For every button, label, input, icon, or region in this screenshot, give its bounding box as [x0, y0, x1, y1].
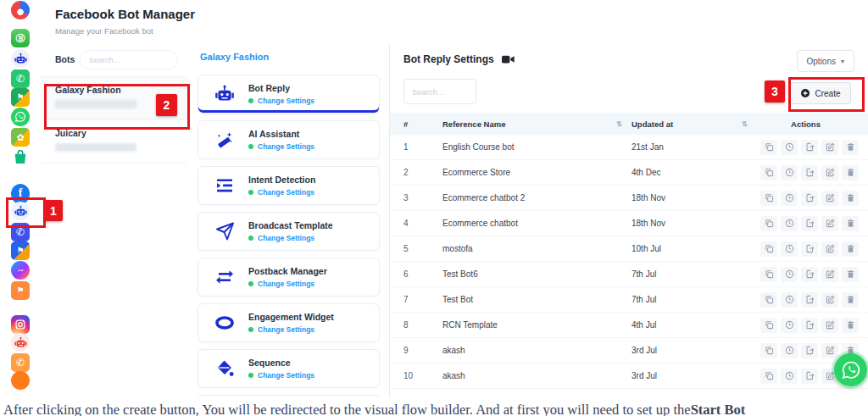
menu-card-postback-manager[interactable]: Postback Manager Change Settings — [198, 258, 380, 297]
chatbot-red-icon[interactable] — [11, 333, 30, 352]
row-number: 3 — [403, 193, 442, 202]
history-icon-button[interactable] — [781, 369, 798, 384]
whatsapp-icon[interactable] — [11, 108, 30, 126]
edit-icon-button[interactable] — [821, 241, 838, 257]
delete-icon-button[interactable] — [842, 191, 859, 206]
menu-card-intent-detection[interactable]: Intent Detection Change Settings — [198, 166, 380, 205]
video-camera-icon[interactable] — [502, 54, 515, 64]
messenger-bot-icon[interactable] — [11, 202, 30, 220]
copy-icon-button[interactable] — [760, 165, 777, 180]
bots-search-input[interactable] — [80, 50, 178, 69]
export-icon-button[interactable] — [801, 216, 818, 231]
row-number: 7 — [403, 295, 442, 304]
copy-icon-button[interactable] — [760, 140, 777, 155]
sort-icon[interactable]: ⇅ — [616, 120, 632, 128]
export-icon-button[interactable] — [801, 267, 818, 282]
menu-card-label: Broadcast Template — [248, 220, 333, 231]
col-reference-name: Reference Name — [442, 119, 616, 129]
delete-icon-button[interactable] — [842, 165, 859, 180]
flag-coin-green-icon[interactable]: ⚑ — [11, 88, 30, 107]
options-button[interactable]: Options ▾ — [797, 50, 854, 72]
history-icon-button[interactable] — [781, 241, 798, 257]
export-icon-button[interactable] — [801, 191, 818, 206]
phonebook-green-icon[interactable]: ✆ — [11, 69, 30, 88]
history-icon-button[interactable] — [781, 140, 798, 155]
change-settings-link[interactable]: Change Settings — [258, 234, 314, 242]
bot-item-galaxy-fashion[interactable]: Galaxy Fashion — [41, 77, 188, 120]
menu-card-broadcast-template[interactable]: Broadcast Template Change Settings — [198, 212, 380, 251]
export-icon-button[interactable] — [801, 292, 818, 308]
delete-icon-button[interactable] — [842, 267, 859, 282]
history-icon-button[interactable] — [781, 292, 798, 308]
menu-card-sequence[interactable]: Sequence Change Settings — [198, 349, 380, 388]
change-settings-link[interactable]: Change Settings — [258, 280, 314, 288]
delete-icon-button[interactable] — [842, 241, 859, 257]
delete-icon-button[interactable] — [842, 318, 859, 333]
app-header: Facebook Bot Manager Manage your Faceboo… — [41, 0, 868, 45]
history-icon-button[interactable] — [781, 165, 798, 180]
status-dot-icon — [248, 190, 253, 195]
row-actions — [757, 292, 859, 308]
shopping-bag-icon[interactable] — [11, 147, 30, 166]
row-actions — [757, 140, 859, 155]
export-icon-button[interactable] — [801, 318, 818, 333]
table-search-input[interactable] — [403, 79, 476, 104]
delete-icon-button[interactable] — [842, 140, 859, 155]
phonebook-orange-icon[interactable]: ✆ — [11, 353, 30, 372]
edit-icon-button[interactable] — [821, 191, 838, 206]
bot-item-juicary[interactable]: Juicary — [41, 120, 188, 164]
change-settings-link[interactable]: Change Settings — [258, 188, 314, 197]
copy-icon-button[interactable] — [760, 216, 777, 231]
copy-icon-button[interactable] — [760, 292, 777, 308]
menu-card-ai-assistant[interactable]: AI Assistant Change Settings — [198, 120, 380, 159]
export-icon-button[interactable] — [801, 241, 818, 257]
messenger-icon[interactable] — [11, 261, 30, 280]
edit-icon-button[interactable] — [821, 165, 838, 180]
row-actions — [757, 191, 859, 206]
create-button[interactable]: Create — [790, 82, 851, 104]
export-icon-button[interactable] — [801, 140, 818, 155]
menu-card-bot-reply[interactable]: Bot Reply Change Settings — [198, 75, 380, 114]
export-icon-button[interactable] — [801, 369, 818, 384]
row-actions — [757, 241, 859, 257]
flag-coin-blue-icon[interactable]: ⚑ — [11, 241, 30, 260]
edit-icon-button[interactable] — [821, 343, 838, 358]
copy-icon-button[interactable] — [760, 267, 777, 282]
history-icon-button[interactable] — [781, 267, 798, 282]
edit-icon-button[interactable] — [821, 267, 838, 282]
history-icon-button[interactable] — [781, 216, 798, 231]
edit-icon-button[interactable] — [821, 216, 838, 231]
delete-icon-button[interactable] — [842, 292, 859, 308]
phonebook-blue-icon[interactable]: ✆ — [11, 223, 30, 241]
export-icon-button[interactable] — [801, 165, 818, 180]
copy-icon-button[interactable] — [760, 318, 777, 333]
dashboard-icon[interactable] — [11, 1, 30, 19]
menu-card-engagement-widget[interactable]: Engagement Widget Change Settings — [198, 303, 380, 342]
copy-icon-button[interactable] — [760, 191, 777, 206]
whatsapp-business-icon[interactable]: Ⓑ — [11, 29, 30, 47]
change-settings-link[interactable]: Change Settings — [258, 371, 314, 380]
history-icon-button[interactable] — [781, 343, 798, 358]
change-settings-link[interactable]: Change Settings — [258, 97, 314, 105]
chatbot-gray-icon[interactable] — [11, 49, 30, 68]
change-settings-link[interactable]: Change Settings — [258, 325, 314, 334]
delete-icon-button[interactable] — [842, 216, 859, 231]
leaf-color-icon[interactable]: ✿ — [11, 128, 30, 147]
edit-icon-button[interactable] — [821, 140, 838, 155]
menu-card-partial[interactable] — [198, 395, 380, 398]
history-icon-button[interactable] — [781, 191, 798, 206]
copy-icon-button[interactable] — [760, 369, 777, 384]
change-settings-link[interactable]: Change Settings — [258, 142, 314, 151]
edit-icon-button[interactable] — [821, 292, 838, 308]
row-number: 4 — [403, 219, 442, 228]
history-icon-button[interactable] — [781, 318, 798, 333]
export-icon-button[interactable] — [801, 343, 818, 358]
flag-orange-icon[interactable]: ⚑ — [11, 281, 30, 300]
whatsapp-float-button[interactable] — [834, 353, 867, 386]
circle-orange-icon[interactable] — [11, 371, 30, 390]
copy-icon-button[interactable] — [760, 343, 777, 358]
copy-icon-button[interactable] — [760, 241, 777, 257]
sort-icon[interactable]: ⇅ — [742, 120, 757, 128]
edit-icon-button[interactable] — [821, 318, 838, 333]
instagram-icon[interactable] — [11, 315, 30, 334]
